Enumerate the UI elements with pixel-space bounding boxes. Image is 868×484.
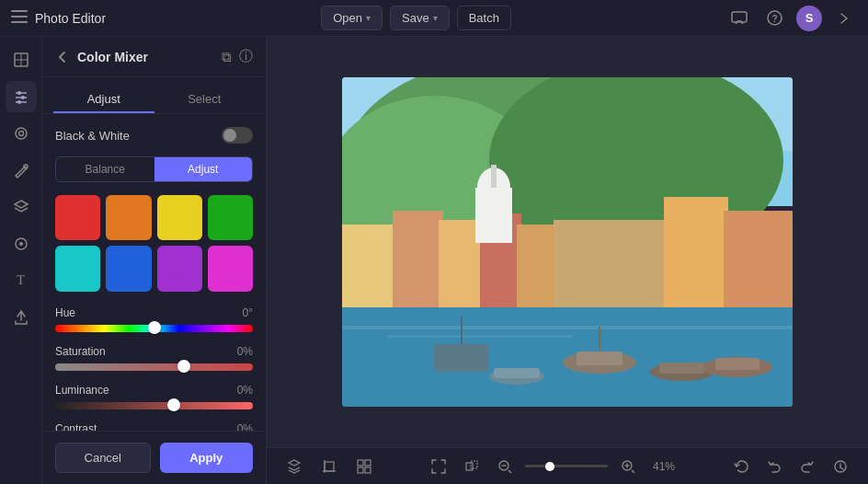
svg-line-62 [508,470,511,473]
info-icon-button[interactable]: ⓘ [239,48,253,65]
swatch-blue[interactable] [106,246,151,291]
back-button[interactable] [55,50,70,64]
svg-rect-48 [715,358,760,370]
apply-button[interactable]: Apply [160,443,254,473]
bw-label: Black & White [55,129,222,143]
hue-value: 0° [243,306,254,319]
svg-rect-38 [342,326,793,329]
svg-rect-23 [342,307,793,407]
batch-label: Batch [469,11,499,25]
sidebar-btn-view[interactable] [6,118,37,149]
sidebar-btn-export[interactable] [6,302,37,333]
svg-point-19 [19,242,23,246]
save-label: Save [402,11,429,25]
sidebar-btn-layers[interactable] [6,191,37,223]
subtab-adjust[interactable]: Adjust [154,157,253,181]
luminance-slider-thumb[interactable] [167,398,180,411]
photo-canvas [342,77,793,407]
main: T Color Mixer ⧉ ⓘ Adjust [0,37,868,484]
svg-rect-27 [342,225,397,307]
hue-slider-row: Hue 0° [55,306,253,332]
cancel-button[interactable]: Cancel [55,443,151,473]
sidebar-btn-text[interactable]: T [6,265,37,296]
svg-rect-2 [11,21,28,23]
tab-adjust[interactable]: Adjust [53,86,154,113]
swatch-green[interactable] [208,195,253,240]
swatch-red[interactable] [55,195,100,240]
redo-button[interactable] [794,454,820,479]
save-button[interactable]: Save ▾ [390,6,450,30]
avatar[interactable]: S [796,6,822,31]
avatar-letter: S [805,11,814,25]
svg-rect-0 [11,10,28,12]
hue-slider-thumb[interactable] [148,321,161,334]
open-label: Open [333,11,362,25]
sidebar-btn-adjust[interactable] [6,81,37,112]
swatch-yellow[interactable] [157,195,202,240]
canvas-toolbar: 41% [267,447,868,484]
svg-rect-31 [517,225,554,307]
canvas-tool-right [728,454,853,479]
svg-rect-36 [724,211,793,307]
resize-button[interactable] [459,454,485,479]
history-back-button[interactable] [728,454,754,479]
copy-icon-button[interactable]: ⧉ [222,48,232,65]
luminance-slider-row: Luminance 0% [55,384,253,409]
batch-button[interactable]: Batch [457,6,511,30]
canvas-area: 41% [267,37,868,484]
hue-slider-track[interactable] [55,325,253,332]
panel-title: Color Mixer [77,50,214,64]
topbar-center: Open ▾ Save ▾ Batch [115,6,717,30]
svg-rect-58 [466,463,473,470]
panel-content: Black & White Balance Adjust [42,114,266,431]
swatch-magenta[interactable] [208,246,253,291]
saturation-slider-track[interactable] [55,363,253,371]
svg-rect-39 [388,335,572,338]
color-swatches [55,195,253,292]
saturation-slider-thumb[interactable] [177,360,190,373]
swatch-purple[interactable] [157,246,202,291]
svg-point-14 [17,100,21,104]
zoom-slider-track[interactable] [525,465,608,467]
sidebar-btn-transform[interactable] [6,44,37,75]
clock-history-button[interactable] [828,454,853,479]
help-icon-button[interactable]: ? [761,6,787,31]
panel-header: Color Mixer ⧉ ⓘ [42,37,266,77]
expand-icon-button[interactable] [831,6,857,31]
grid-tool-button[interactable] [351,454,377,479]
svg-rect-35 [664,197,728,307]
luminance-slider-track[interactable] [55,402,253,409]
zoom-out-button[interactable] [492,454,518,479]
svg-point-10 [17,91,21,95]
topbar-left: Photo Editor [11,10,106,27]
open-button[interactable]: Open ▾ [321,6,383,30]
swatch-orange[interactable] [106,195,151,240]
undo-button[interactable] [761,454,787,479]
svg-line-66 [632,470,634,473]
sidebar-btn-effects[interactable] [6,228,37,259]
subtab-balance[interactable]: Balance [56,157,154,181]
swatch-cyan[interactable] [55,246,100,291]
svg-rect-54 [358,460,363,466]
svg-rect-46 [494,368,540,378]
fit-screen-button[interactable] [426,454,451,479]
svg-rect-1 [11,16,28,17]
zoom-slider-thumb [545,462,554,471]
layers-tool-button[interactable] [281,454,307,479]
tab-select[interactable]: Select [154,86,256,113]
canvas-tool-center: 41% [388,454,717,479]
bw-toggle-knob [223,129,236,142]
svg-rect-28 [393,211,443,307]
menu-icon[interactable] [11,10,28,27]
svg-point-12 [21,96,25,99]
open-chevron-icon: ▾ [366,13,371,23]
bw-toggle[interactable] [222,127,253,144]
crop-tool-button[interactable] [316,454,342,479]
zoom-in-button[interactable] [615,454,641,479]
icon-sidebar: T [0,37,42,484]
svg-rect-37 [554,220,664,307]
canvas-tool-left [281,454,377,479]
sidebar-btn-retouch[interactable] [6,155,37,186]
svg-line-69 [840,467,843,469]
chat-icon-button[interactable] [726,6,752,31]
